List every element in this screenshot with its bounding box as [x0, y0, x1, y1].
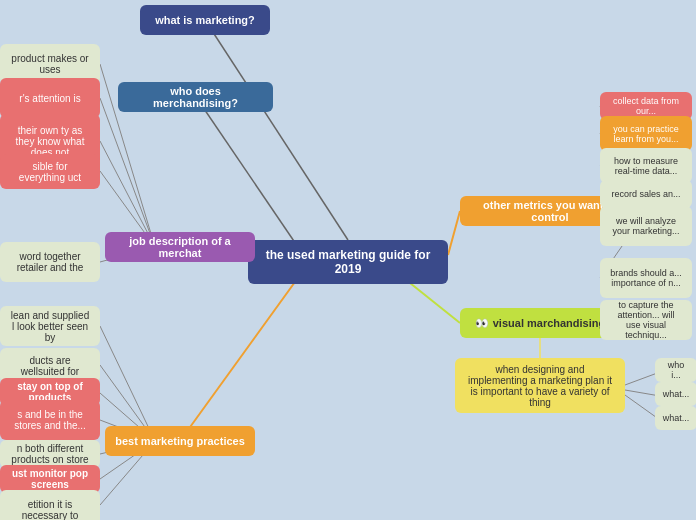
- who-right-node[interactable]: who i...: [655, 358, 696, 382]
- best-marketing-node[interactable]: best marketing practices: [105, 426, 255, 456]
- visual-marchandising-node[interactable]: 👀 visual marchandising: [460, 308, 620, 338]
- capture-attention-node[interactable]: to capture the attention... will use vis…: [600, 300, 692, 340]
- you-can-practice-label: you can practice learn from you...: [610, 124, 682, 144]
- we-will-analyze-node[interactable]: we will analyze your marketing...: [600, 206, 692, 246]
- designing-implementing-node[interactable]: when designing and implementing a market…: [455, 358, 625, 413]
- brands-should-label: brands should a... importance of n...: [610, 268, 682, 288]
- how-to-measure-label: how to measure real-time data...: [610, 156, 682, 176]
- products-wellsuited-label: ducts are wellsuited for: [10, 355, 90, 377]
- svg-line-1: [196, 97, 300, 250]
- word-together-label: word together retailer and the: [10, 251, 90, 273]
- must-monitor-node[interactable]: ust monitor pop screens: [0, 465, 100, 493]
- we-will-analyze-label: we will analyze your marketing...: [610, 216, 682, 236]
- what-is-marketing-label: what is marketing?: [155, 14, 255, 26]
- what-right2-label: what...: [663, 413, 690, 423]
- what-right1-node[interactable]: what...: [655, 382, 696, 406]
- central-node[interactable]: the used marketing guide for 2019: [248, 240, 448, 284]
- be-in-stores-label: s and be in the stores and the...: [10, 409, 90, 431]
- word-together-node[interactable]: word together retailer and the: [0, 242, 100, 282]
- how-to-measure-node[interactable]: how to measure real-time data...: [600, 148, 692, 183]
- best-marketing-label: best marketing practices: [115, 435, 245, 447]
- competition-node[interactable]: etition it is necessary to etition to re…: [0, 490, 100, 520]
- both-products-label: n both different products on store: [10, 443, 90, 465]
- responsible-label: sible for everything uct: [10, 161, 90, 183]
- who-right-label: who i...: [665, 360, 687, 380]
- who-does-merchandising-node[interactable]: who does merchandising?: [118, 82, 273, 112]
- what-is-marketing-node[interactable]: what is marketing?: [140, 5, 270, 35]
- what-right1-label: what...: [663, 389, 690, 399]
- must-monitor-label: ust monitor pop screens: [10, 468, 90, 490]
- clean-supplied-node[interactable]: lean and supplied l look better seen by: [0, 306, 100, 346]
- be-in-stores-node[interactable]: s and be in the stores and the...: [0, 400, 100, 440]
- svg-line-22: [100, 326, 155, 441]
- visual-marchandising-label: visual marchandising: [493, 317, 605, 329]
- capture-attention-label: to capture the attention... will use vis…: [610, 300, 682, 340]
- eye-icon: 👀: [475, 317, 489, 330]
- svg-line-3: [180, 275, 300, 441]
- what-right2-node[interactable]: what...: [655, 406, 696, 430]
- collect-data-label: collect data from our...: [610, 96, 682, 116]
- their-own-label: their own ty as they know what does not: [10, 125, 90, 158]
- responsible-node[interactable]: sible for everything uct: [0, 154, 100, 189]
- job-description-label: job description of a merchat: [115, 235, 245, 259]
- svg-line-18: [100, 98, 155, 247]
- both-products-node[interactable]: n both different products on store: [0, 440, 100, 468]
- you-can-practice-node[interactable]: you can practice learn from you...: [600, 116, 692, 151]
- clean-supplied-label: lean and supplied l look better seen by: [10, 310, 90, 343]
- attention-node[interactable]: r's attention is: [0, 78, 100, 118]
- competition-label: etition it is necessary to etition to re…: [10, 499, 90, 521]
- svg-line-4: [448, 211, 460, 255]
- brands-should-node[interactable]: brands should a... importance of n...: [600, 258, 692, 298]
- product-makes-label: product makes or uses: [10, 53, 90, 75]
- job-description-node[interactable]: job description of a merchat: [105, 232, 255, 262]
- central-label: the used marketing guide for 2019: [258, 248, 438, 276]
- who-does-merchandising-label: who does merchandising?: [128, 85, 263, 109]
- record-sales-label: record sales an...: [611, 189, 680, 199]
- record-sales-node[interactable]: record sales an...: [600, 180, 692, 208]
- designing-implementing-label: when designing and implementing a market…: [465, 364, 615, 408]
- attention-label: r's attention is: [19, 93, 80, 104]
- svg-line-0: [205, 20, 348, 240]
